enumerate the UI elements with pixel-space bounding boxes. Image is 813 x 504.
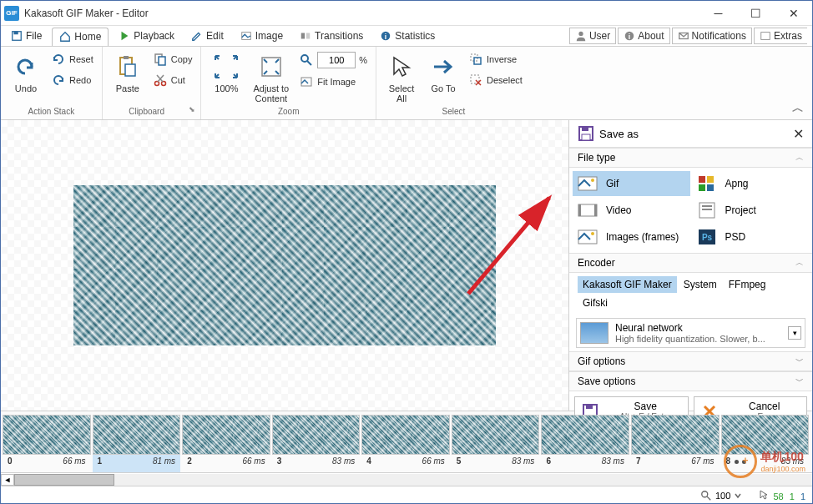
ribbon-collapse-button[interactable]: ︿: [792, 101, 804, 116]
inverse-button[interactable]: Inverse: [465, 50, 526, 68]
section-gif-options[interactable]: Gif options﹀: [569, 351, 812, 371]
tab-notifications[interactable]: Notifications: [672, 28, 752, 44]
tab-file[interactable]: File: [4, 28, 48, 44]
cut-button[interactable]: Cut: [149, 71, 196, 89]
watermark-sub: danji100.com: [760, 465, 805, 473]
filetype-grid: Gif Apng Video Project Images (frames) P…: [569, 168, 812, 253]
goto-icon: [431, 54, 456, 79]
scroll-track[interactable]: [14, 474, 812, 486]
frame-3[interactable]: 383 ms: [272, 415, 361, 472]
clipboard-launcher[interactable]: ⬊: [189, 105, 195, 118]
filetype-video[interactable]: Video: [573, 198, 690, 223]
redo-button[interactable]: Redo: [48, 71, 97, 89]
group-select: Select All Go To Inverse Deselect Select: [376, 47, 531, 119]
svg-point-7: [578, 32, 583, 36]
timeline[interactable]: 066 ms181 ms266 ms383 ms466 ms583 ms683 …: [1, 411, 812, 472]
zoom-input[interactable]: [317, 52, 356, 68]
frame-5[interactable]: 583 ms: [452, 415, 540, 472]
adjust-icon: [259, 54, 284, 79]
frame-2[interactable]: 266 ms: [182, 415, 270, 472]
undo-button[interactable]: Undo: [6, 50, 46, 95]
tab-statistics[interactable]: iStatistics: [373, 28, 442, 44]
frame-4[interactable]: 466 ms: [361, 415, 450, 472]
frame-thumb: [182, 415, 270, 455]
svg-rect-33: [707, 184, 714, 191]
svg-text:i: i: [385, 33, 386, 41]
filetype-gif[interactable]: Gif: [573, 171, 690, 196]
frame-1[interactable]: 181 ms: [93, 415, 181, 472]
svg-rect-1: [14, 32, 18, 35]
reset-icon: [52, 53, 65, 66]
tab-image[interactable]: Image: [234, 28, 290, 44]
filetype-images[interactable]: Images (frames): [573, 224, 690, 249]
encoder-dropdown-button[interactable]: ▾: [788, 326, 801, 340]
status-counts: 58 1 1: [759, 490, 807, 501]
scroll-left-button[interactable]: ◄: [1, 474, 14, 486]
encoder-system[interactable]: System: [679, 276, 722, 293]
cut-icon: [154, 73, 167, 87]
svg-rect-45: [586, 405, 593, 409]
paste-button[interactable]: Paste: [108, 50, 148, 95]
extras-icon: [760, 30, 771, 42]
select-all-button[interactable]: Select All: [381, 50, 422, 105]
section-encoder[interactable]: Encoder︿: [569, 253, 812, 273]
canvas-area[interactable]: [1, 120, 568, 411]
app-icon: GIF: [4, 6, 19, 21]
tab-extras[interactable]: Extras: [754, 28, 807, 44]
encoder-desc-title: Neural network: [615, 322, 788, 334]
frame-thumb: [361, 415, 450, 455]
encoder-tabs: Kakasoft GIF Maker System FFmpeg Gifski: [569, 273, 812, 315]
scroll-thumb[interactable]: [14, 474, 114, 486]
maximize-button[interactable]: ☐: [737, 1, 775, 26]
status-zoom[interactable]: 100: [700, 490, 742, 501]
filetype-apng[interactable]: Apng: [692, 171, 810, 196]
frame-thumb: [272, 415, 361, 455]
minimize-button[interactable]: ─: [699, 1, 737, 26]
tab-user[interactable]: User: [569, 28, 616, 44]
frame-7[interactable]: 767 ms: [631, 415, 720, 472]
svg-rect-30: [699, 176, 705, 183]
filetype-project[interactable]: Project: [692, 198, 810, 223]
encoder-kakasoft[interactable]: Kakasoft GIF Maker: [578, 276, 677, 293]
frame-0[interactable]: 066 ms: [3, 415, 91, 472]
tab-home[interactable]: Home: [52, 28, 109, 46]
encoder-gifski[interactable]: Gifski: [578, 295, 613, 311]
frame-label: 383 ms: [272, 455, 361, 467]
tab-transitions[interactable]: Transitions: [293, 28, 370, 44]
copy-button[interactable]: Copy: [149, 50, 196, 68]
save-icon: [578, 125, 594, 142]
tab-edit[interactable]: Edit: [184, 28, 230, 44]
deselect-icon: [469, 73, 482, 87]
tab-playback[interactable]: Playback: [112, 28, 181, 44]
chevron-down-icon: ﹀: [795, 375, 804, 387]
encoder-ffmpeg[interactable]: FFmpeg: [724, 276, 771, 293]
apng-icon: [697, 174, 717, 193]
window-title: Kakasoft GIF Maker - Editor: [24, 8, 699, 19]
deselect-button[interactable]: Deselect: [465, 71, 526, 89]
goto-button[interactable]: Go To: [423, 50, 463, 95]
adjust-content-button[interactable]: Adjust to Content: [248, 50, 294, 105]
group-label: Action Stack: [28, 105, 75, 118]
save-icon: [11, 30, 23, 42]
about-icon: i: [624, 30, 635, 42]
frame-6[interactable]: 683 ms: [541, 415, 629, 472]
info-icon: i: [380, 30, 391, 42]
video-icon: [578, 201, 598, 219]
panel-close-button[interactable]: ✕: [793, 126, 804, 142]
watermark: + 单机100 danji100.com: [724, 445, 805, 478]
group-label: Zoom: [278, 105, 300, 118]
redo-icon: [52, 73, 65, 87]
encoder-description[interactable]: Neural network High fidelity quantizatio…: [576, 318, 805, 348]
fit-image-button[interactable]: Fit Image: [295, 73, 371, 91]
zoom-100-button[interactable]: 100%: [206, 50, 246, 95]
svg-rect-35: [578, 204, 581, 216]
svg-point-46: [702, 491, 708, 496]
reset-button[interactable]: Reset: [48, 50, 97, 68]
picture-icon: [240, 30, 252, 42]
close-button[interactable]: ✕: [775, 1, 812, 26]
filetype-psd[interactable]: PsPSD: [692, 224, 810, 249]
section-save-options[interactable]: Save options﹀: [569, 371, 812, 391]
tab-about[interactable]: iAbout: [618, 28, 669, 44]
section-filetype[interactable]: File type︿: [569, 148, 812, 168]
frame-label: 266 ms: [182, 455, 270, 467]
